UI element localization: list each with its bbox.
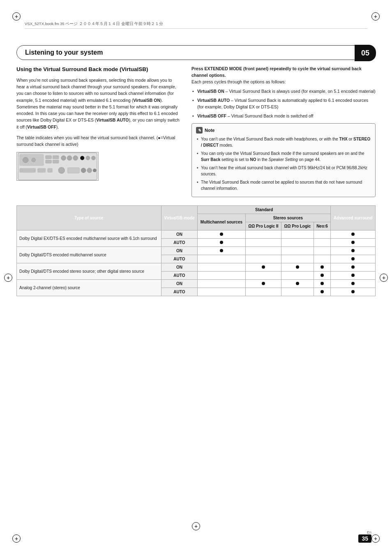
pro_logic_ii-cell [245, 263, 281, 272]
th-source: Type of source [17, 206, 161, 230]
advanced-cell [331, 280, 376, 288]
advanced-cell [331, 272, 376, 280]
source-cell: Dolby Digital EX/DTS-ES encoded multicha… [17, 230, 161, 247]
dot-indicator [321, 282, 324, 285]
multichannel-cell [198, 272, 246, 280]
dot-indicator [351, 257, 355, 260]
mode-cell: ON [161, 263, 197, 272]
table-row: Dolby Digital/DTS encoded stereo source;… [17, 263, 376, 272]
neo6-cell [314, 239, 330, 247]
mode-cell: AUTO [161, 255, 197, 263]
dot-indicator [262, 265, 265, 269]
two-column-layout: Using the Virtual Surround Back mode (Vi… [16, 66, 376, 197]
vsb-table: Type of source VirtualSB mode Standard A… [16, 205, 376, 296]
section-intro: When you're not using surround back spea… [16, 77, 182, 130]
right-column: Press EXTENDED MODE (front panel) repeat… [191, 66, 376, 197]
page-footer: En 35 [358, 530, 371, 543]
dot-indicator [220, 249, 223, 252]
table-row: Dolby Digital EX/DTS-ES encoded multicha… [17, 230, 376, 239]
multichannel-cell [198, 247, 246, 255]
pro_logic_ii-cell [245, 247, 281, 255]
pro_logic-cell [281, 255, 314, 263]
advanced-cell [331, 239, 376, 247]
option-off: VirtualSB OFF – Virtual Surround Back mo… [191, 113, 376, 120]
table-row: Analog 2-channel (stereo) sourceON [17, 280, 376, 288]
note-box: ✎ Note You can't use the Virtual Surroun… [191, 123, 376, 197]
note-item-4: The Virtual Surround Back mode cannot be… [196, 179, 371, 191]
advanced-cell [331, 288, 376, 296]
neo6-cell [314, 255, 330, 263]
th-pro-logic-ii: ΩΩ Pro Logic II [245, 222, 281, 230]
svg-rect-5 [53, 155, 59, 159]
th-standard: Standard [198, 206, 331, 214]
advanced-cell [331, 255, 376, 263]
svg-point-11 [80, 156, 84, 160]
option-auto: VirtualSB AUTO – Virtual Surround Back i… [191, 97, 376, 111]
dot-indicator [296, 265, 299, 269]
note-items: You can't use the Virtual Surround Back … [196, 136, 371, 191]
note-label: Note [205, 128, 214, 133]
svg-point-19 [81, 168, 86, 173]
svg-point-8 [61, 155, 66, 160]
svg-point-9 [67, 155, 72, 160]
note-item-2: You can only use the Virtual Surround Ba… [196, 150, 371, 163]
mode-cell: AUTO [161, 288, 197, 296]
chapter-number: 05 [355, 45, 376, 61]
neo6-cell [314, 263, 330, 272]
dot-indicator [351, 265, 355, 269]
table-note-text: The table indicates when you will hear t… [16, 134, 182, 148]
device-image [16, 152, 99, 181]
th-neo6: Neo:6 [314, 222, 330, 230]
svg-point-21 [93, 168, 96, 172]
svg-point-12 [86, 156, 90, 160]
pro_logic_ii-cell [245, 280, 281, 288]
multichannel-cell [198, 230, 246, 239]
mode-cell: AUTO [161, 239, 197, 247]
neo6-cell [314, 247, 330, 255]
mode-cell: ON [161, 280, 197, 288]
svg-rect-15 [37, 168, 45, 172]
pro_logic_ii-cell [245, 239, 281, 247]
reg-mark-br [371, 534, 380, 543]
pro_logic_ii-cell [245, 255, 281, 263]
file-info-text: VSX_52TX.book.fm 35 ページ ２００４年５月１４日 金曜日 午… [25, 21, 163, 27]
reg-mark-tr [371, 12, 380, 21]
page-number: 35 [358, 534, 371, 543]
th-vsb: VirtualSB mode [161, 206, 197, 230]
multichannel-cell [198, 280, 246, 288]
svg-rect-6 [46, 160, 52, 163]
table-row: Dolby Digital/DTS encoded multichannel s… [17, 247, 376, 255]
neo6-cell [314, 280, 330, 288]
pro_logic_ii-cell [245, 272, 281, 280]
pro_logic-cell [281, 280, 314, 288]
multichannel-cell [198, 239, 246, 247]
neo6-cell [314, 272, 330, 280]
note-item-3: You can't hear the virtual surround back… [196, 165, 371, 177]
dot-indicator [351, 282, 355, 285]
pro_logic_ii-cell [245, 230, 281, 239]
svg-point-13 [92, 156, 96, 160]
th-multichannel: Multichannel sources [198, 214, 246, 230]
svg-point-17 [58, 167, 65, 173]
main-content: Using the Virtual Surround Back mode (Vi… [16, 66, 376, 296]
pro_logic-cell [281, 263, 314, 272]
source-cell: Dolby Digital/DTS encoded stereo source;… [17, 263, 161, 280]
svg-rect-16 [48, 168, 53, 172]
neo6-cell [314, 288, 330, 296]
neo6-cell [314, 230, 330, 239]
dot-indicator [321, 290, 324, 293]
table-section: Type of source VirtualSB mode Standard A… [16, 205, 376, 296]
option-on: VirtualSB ON – Virtual Surround Back is … [191, 88, 376, 95]
header-bar: Listening to your system 05 [16, 45, 376, 60]
advanced-cell [331, 247, 376, 255]
dot-indicator [321, 274, 324, 277]
source-cell: Dolby Digital/DTS encoded multichannel s… [17, 247, 161, 263]
dot-indicator [351, 249, 355, 252]
mode-cell: ON [161, 230, 197, 239]
lang-label: En [358, 530, 371, 534]
svg-rect-18 [67, 167, 79, 173]
note-title: ✎ Note [196, 127, 371, 134]
svg-rect-14 [20, 168, 36, 172]
svg-point-2 [23, 157, 28, 163]
left-column: Using the Virtual Surround Back mode (Vi… [16, 66, 182, 197]
